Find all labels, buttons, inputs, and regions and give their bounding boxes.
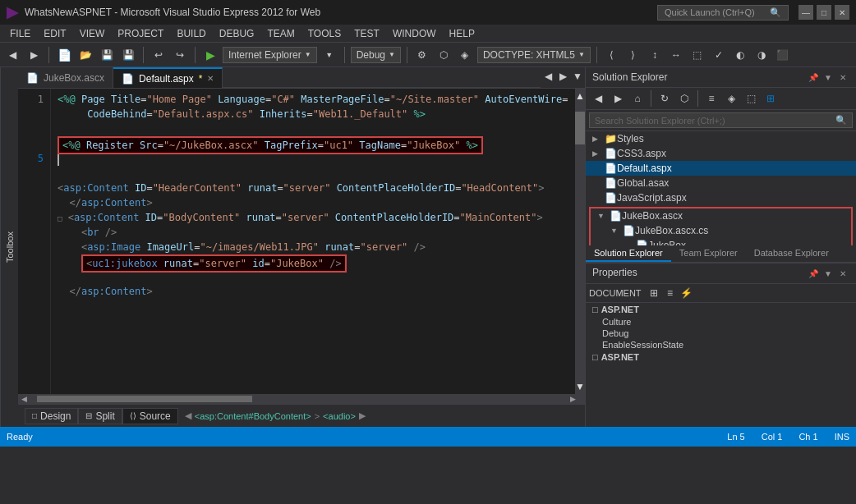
editor-vertical-scrollbar[interactable]: ▲ ▼ (575, 89, 585, 394)
scroll-tabs-left[interactable]: ◀ (541, 67, 555, 85)
menu-file[interactable]: FILE (3, 26, 37, 41)
tree-item-jukebox-ascx[interactable]: ▼ 📄 JukeBox.ascx (591, 208, 851, 223)
code-content[interactable]: <%@ Page Title="Home Page" Language="C#"… (51, 89, 575, 394)
sol-btn1[interactable]: ⬡ (675, 89, 693, 108)
undo-button[interactable]: ↩ (150, 46, 168, 64)
sol-refresh[interactable]: ↻ (656, 89, 674, 108)
tree-item-css3[interactable]: ▶ 📄 CSS3.aspx (586, 146, 856, 161)
menu-tools[interactable]: TOOLS (301, 26, 347, 41)
tree-item-javascript-aspx[interactable]: 📄 JavaScript.aspx (586, 190, 856, 205)
save-all-button[interactable]: 💾 (119, 46, 137, 64)
forward-button[interactable]: ▶ (25, 46, 43, 64)
toolbar-btn8[interactable]: ⬚ (688, 46, 706, 64)
status-col: Col 1 (762, 432, 783, 442)
quick-launch[interactable]: Quick Launch (Ctrl+Q) 🔍 (657, 5, 789, 21)
tab-solution-explorer[interactable]: Solution Explorer (586, 245, 671, 262)
scroll-left[interactable]: ◀ (21, 395, 33, 403)
config-dropdown[interactable]: Debug ▼ (351, 47, 401, 63)
run-dropdown-button[interactable]: ▼ (320, 46, 338, 64)
toolbar-btn2[interactable]: ⬡ (435, 46, 453, 64)
toolbar-btn4[interactable]: ⟨ (603, 46, 621, 64)
search-icon: 🔍 (770, 7, 781, 18)
tree-item-jukebox[interactable]: 📄 JukeBox (591, 238, 851, 245)
sol-props[interactable]: ≡ (702, 89, 720, 108)
h-scroll-thumb[interactable] (37, 396, 252, 402)
sol-search-input[interactable]: Search Solution Explorer (Ctrl+;) 🔍 (589, 112, 853, 128)
props-pin[interactable]: 📌 (807, 267, 820, 280)
minimize-button[interactable]: — (798, 5, 813, 20)
editor-horizontal-scrollbar[interactable]: ◀ ▶ (18, 394, 585, 404)
scroll-up[interactable]: ▲ (575, 89, 585, 103)
scroll-right[interactable]: ▶ (570, 395, 582, 403)
props-close[interactable]: ✕ (836, 267, 849, 280)
menu-edit[interactable]: EDIT (37, 26, 72, 41)
menu-project[interactable]: PROJECT (111, 26, 170, 41)
toolbar-btn3[interactable]: ◈ (456, 46, 474, 64)
scroll-tabs-menu[interactable]: ▼ (570, 67, 585, 85)
separator2 (143, 47, 144, 63)
sol-btn3[interactable]: ⬚ (742, 89, 760, 108)
toolbar-btn11[interactable]: ◑ (752, 46, 771, 64)
browser-dropdown[interactable]: Internet Explorer ▼ (223, 47, 317, 63)
scroll-track[interactable] (33, 396, 570, 402)
tab-database-explorer[interactable]: Database Explorer (746, 245, 837, 262)
design-tab[interactable]: □ Design (25, 408, 78, 424)
solution-tree[interactable]: ▶ 📁 Styles ▶ 📄 CSS3.aspx 📄 Default.aspx … (586, 131, 856, 245)
tab-team-explorer[interactable]: Team Explorer (671, 245, 746, 262)
solution-explorer-header: Solution Explorer 📌 ▼ ✕ (586, 67, 856, 88)
toolbar-btn7[interactable]: ↔ (667, 46, 685, 64)
tree-item-styles[interactable]: ▶ 📁 Styles (586, 131, 856, 146)
sol-forward[interactable]: ▶ (609, 89, 627, 108)
props-sort-cat[interactable]: ≡ (663, 286, 678, 300)
doctype-dropdown[interactable]: DOCTYPE: XHTML5 ▼ (477, 47, 591, 63)
sol-btn2[interactable]: ◈ (722, 89, 740, 108)
menu-window[interactable]: WINDOW (386, 26, 443, 41)
save-button[interactable]: 💾 (98, 46, 116, 64)
toolbar-btn9[interactable]: ✓ (710, 46, 728, 64)
close-button[interactable]: ✕ (835, 5, 849, 20)
toolbar-btn12[interactable]: ⬛ (774, 46, 792, 64)
toolbar-btn5[interactable]: ⟩ (624, 46, 642, 64)
scroll-down[interactable]: ▼ (575, 379, 585, 394)
sol-home[interactable]: ⌂ (628, 89, 647, 108)
panel-close[interactable]: ✕ (836, 71, 849, 84)
run-button[interactable]: ▶ (201, 46, 219, 64)
tree-item-jukebox-ascx-cs[interactable]: ▼ 📄 JukeBox.ascx.cs (591, 223, 851, 238)
props-sort-az[interactable]: ⊞ (647, 286, 661, 300)
open-button[interactable]: 📂 (76, 46, 94, 64)
tree-item-global-asax[interactable]: 📄 Global.asax (586, 176, 856, 190)
back-button[interactable]: ◀ (3, 46, 21, 64)
menu-build[interactable]: BUILD (170, 26, 212, 41)
props-events[interactable]: ⚡ (679, 286, 694, 300)
split-tab[interactable]: ⊟ Split (78, 408, 122, 424)
menu-test[interactable]: TEST (347, 26, 386, 41)
menu-team[interactable]: TEAM (260, 26, 301, 41)
tree-item-default-aspx[interactable]: 📄 Default.aspx (586, 161, 856, 176)
toolbar-btn6[interactable]: ↕ (646, 46, 664, 64)
tab-jukebox-ascx[interactable]: 📄 JukeBox.ascx (18, 67, 113, 88)
toolbar-btn1[interactable]: ⚙ (413, 46, 431, 64)
sol-btn4[interactable]: ⊞ (762, 89, 780, 108)
editor-view-tabs: □ Design ⊟ Split ⟨⟩ Source ◀ <asp:Conten… (18, 404, 585, 427)
toolbox-sidebar[interactable]: Toolbox (0, 67, 18, 427)
source-tab[interactable]: ⟨⟩ Source (122, 408, 178, 424)
props-menu[interactable]: ▼ (821, 267, 835, 280)
tree-arrow: ▼ (597, 212, 609, 220)
sol-back[interactable]: ◀ (589, 89, 607, 108)
tab-default-aspx[interactable]: 📄 Default.aspx * ✕ (113, 67, 223, 88)
code-line: </asp:Content> (58, 195, 568, 210)
menu-view[interactable]: VIEW (73, 26, 112, 41)
new-button[interactable]: 📄 (55, 46, 73, 64)
panel-arrow-down[interactable]: ▼ (821, 71, 835, 84)
code-editor[interactable]: 1 5 (18, 89, 585, 394)
code-line-register: <%@ Register Src="~/JukeBox.ascx" TagPre… (58, 136, 568, 151)
toolbar-btn10[interactable]: ◐ (731, 46, 749, 64)
menu-debug[interactable]: DEBUG (213, 26, 261, 41)
pin-button[interactable]: 📌 (807, 71, 820, 84)
menu-help[interactable]: HELP (443, 26, 481, 41)
scroll-tabs-right[interactable]: ▶ (555, 67, 570, 85)
scroll-thumb[interactable] (575, 112, 585, 144)
redo-button[interactable]: ↪ (171, 46, 189, 64)
maximize-button[interactable]: □ (817, 5, 831, 20)
close-tab-button[interactable]: ✕ (207, 74, 214, 83)
